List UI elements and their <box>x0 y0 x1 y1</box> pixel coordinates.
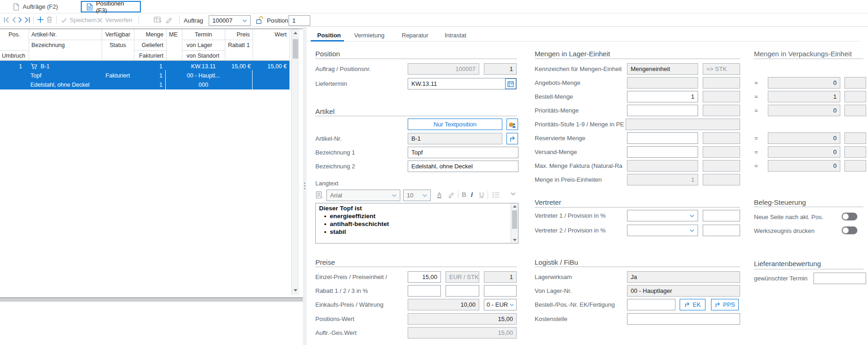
werkszeugnis-toggle[interactable] <box>842 226 857 234</box>
col-header-status[interactable]: Status <box>102 40 134 50</box>
col-header-bezeichnung[interactable]: Bezeichnung <box>29 40 102 50</box>
max-menge-faktura-field <box>627 160 698 172</box>
bezeichnung1-input[interactable]: Topf <box>408 147 518 158</box>
langtext-editor[interactable]: Dieser Topf ist • energieeffizient • ant… <box>315 203 518 244</box>
vertreter2-label: Vertreter 2 / Provision in % <box>535 227 606 234</box>
editor-scrollbar[interactable] <box>511 203 518 243</box>
col-header-rabatt1[interactable]: Rabatt 1 <box>225 40 253 50</box>
nur-textposition-button[interactable]: Nur Textposition <box>408 119 502 130</box>
kostenstelle-input[interactable] <box>627 313 740 325</box>
prioritaets-menge-field2 <box>703 105 740 116</box>
goto-pps-button[interactable]: PPS <box>711 299 739 310</box>
neue-seite-toggle[interactable] <box>842 213 857 220</box>
toolbar-separator <box>458 190 458 199</box>
position-input[interactable]: 1 <box>289 15 310 26</box>
grid-scrollbar[interactable] <box>291 29 299 295</box>
gewuenschter-termin-input[interactable] <box>814 273 866 284</box>
vertreter1-select[interactable] <box>627 210 698 221</box>
auftrag-combobox[interactable]: 100007 <box>209 15 251 26</box>
edit-notes-button[interactable] <box>165 16 173 23</box>
document-blue-icon <box>86 3 93 11</box>
section-title-preise: Preise <box>315 258 335 266</box>
nav-next-button[interactable] <box>18 17 23 23</box>
provision1-input[interactable] <box>703 210 740 221</box>
col-header-pos[interactable]: Pos. <box>0 29 29 40</box>
row-status: Fakturiert <box>106 72 130 79</box>
col-header-menge[interactable]: Menge <box>134 29 166 40</box>
col-header-umbruch[interactable]: Umbruch <box>0 50 29 61</box>
table-row[interactable]: 1 B-1 1 KW.13.11 15,00 € 15,00 € Topf Fa… <box>0 61 289 89</box>
horizontal-splitter[interactable] <box>0 298 303 302</box>
tab-auftraege[interactable]: Aufträge (F2) <box>13 1 58 12</box>
bold-button[interactable]: B <box>462 191 466 198</box>
bezeichnung2-input[interactable]: Edelstahl, ohne Deckel <box>408 161 518 172</box>
richtext-source-button[interactable] <box>315 191 323 199</box>
artikel-nr-label: Artikel-Nr. <box>315 135 342 142</box>
section-rule <box>754 207 863 207</box>
col-header-geliefert[interactable]: Geliefert <box>134 40 166 50</box>
lagerwirksam-label: Lagerwirksam <box>535 274 572 280</box>
col-header-artikel-nr[interactable]: Artikel-Nr. <box>29 29 102 40</box>
prioritaets-menge-input[interactable] <box>627 105 698 116</box>
bestell-menge-input[interactable]: 1 <box>627 91 698 102</box>
col-header-fakturiert[interactable]: Fakturiert <box>134 50 166 61</box>
col-header-verfuegbar[interactable]: Verfügbar <box>102 29 134 40</box>
tab-positionen[interactable]: Positionen (F3) <box>81 1 141 12</box>
scroll-up-icon[interactable] <box>294 32 297 34</box>
article-lookup-button[interactable] <box>506 119 518 130</box>
discard-button[interactable]: Verwerfen <box>97 17 133 24</box>
font-size-select[interactable]: 10 <box>403 190 431 201</box>
bestell-pos-nr-input[interactable] <box>627 299 675 310</box>
rabatt1-input[interactable] <box>408 285 441 297</box>
underline-button[interactable]: U <box>479 191 484 198</box>
liefertermin-input[interactable]: KW.13.11 <box>408 78 517 89</box>
col-header-me[interactable]: ME <box>166 29 182 40</box>
einzelpreis-label: Einzel-Preis / Preiseinheit / <box>315 274 387 280</box>
cart-icon <box>30 63 37 70</box>
col-header-wert[interactable]: Wert <box>253 29 289 40</box>
scrollbar-thumb[interactable] <box>293 39 298 59</box>
delete-position-button[interactable] <box>46 16 53 23</box>
col-header-von-standort[interactable]: von Standort <box>182 50 225 61</box>
col-header-preis[interactable]: Preis <box>225 29 253 40</box>
nav-prev-button[interactable] <box>11 17 17 23</box>
grid-tool-button[interactable] <box>154 16 162 23</box>
col-header-termin[interactable]: Termin <box>182 29 225 40</box>
einzelpreis-input[interactable]: 15,00 <box>408 271 441 283</box>
unlock-icon[interactable] <box>255 16 264 24</box>
highlight-button[interactable] <box>448 191 455 198</box>
font-color-button[interactable]: A <box>437 191 441 198</box>
goto-artikel-button[interactable] <box>506 133 518 144</box>
add-position-button[interactable] <box>37 16 44 23</box>
tab-reparatur[interactable]: Reparatur <box>402 32 428 39</box>
rabatt3-input[interactable] <box>484 285 517 297</box>
vertreter2-select[interactable] <box>627 225 698 236</box>
tab-vermietung[interactable]: Vermietung <box>354 32 385 39</box>
gesamtwert-label: Auftr.-Ges.Wert <box>315 329 356 336</box>
col-header-von-lager[interactable]: von Lager <box>182 40 225 50</box>
versand-menge-input[interactable] <box>627 146 698 158</box>
bullet-list-button[interactable] <box>492 192 500 198</box>
waehrung-select[interactable]: 0 - EUR <box>484 299 517 310</box>
tab-intrastat[interactable]: Intrastat <box>445 32 466 39</box>
more-formatting-button[interactable] <box>511 192 516 196</box>
nav-first-button[interactable] <box>3 17 10 23</box>
scroll-down-icon[interactable] <box>294 289 297 291</box>
font-family-select[interactable]: Arial <box>326 190 400 201</box>
active-tab-underline <box>311 40 344 42</box>
vertical-splitter[interactable] <box>303 27 307 345</box>
positions-nr-field: 1 <box>484 63 517 75</box>
reservierte-menge-input[interactable] <box>627 132 698 144</box>
vp-menge-field-5: 0 <box>768 146 840 158</box>
rabatt2-input[interactable] <box>446 285 479 297</box>
row-gridline <box>252 70 253 89</box>
calendar-button[interactable] <box>505 78 516 89</box>
save-button[interactable]: Speichern <box>61 17 97 24</box>
row-wert: 15,00 € <box>267 63 287 70</box>
tab-position[interactable]: Position <box>317 32 341 39</box>
provision2-input[interactable] <box>703 225 740 236</box>
nav-last-button[interactable] <box>24 17 30 23</box>
goto-ek-button[interactable]: EK <box>680 299 705 310</box>
italic-button[interactable]: I <box>471 191 473 198</box>
preiseinheit-einheit-field: EUR / STK <box>446 271 479 283</box>
